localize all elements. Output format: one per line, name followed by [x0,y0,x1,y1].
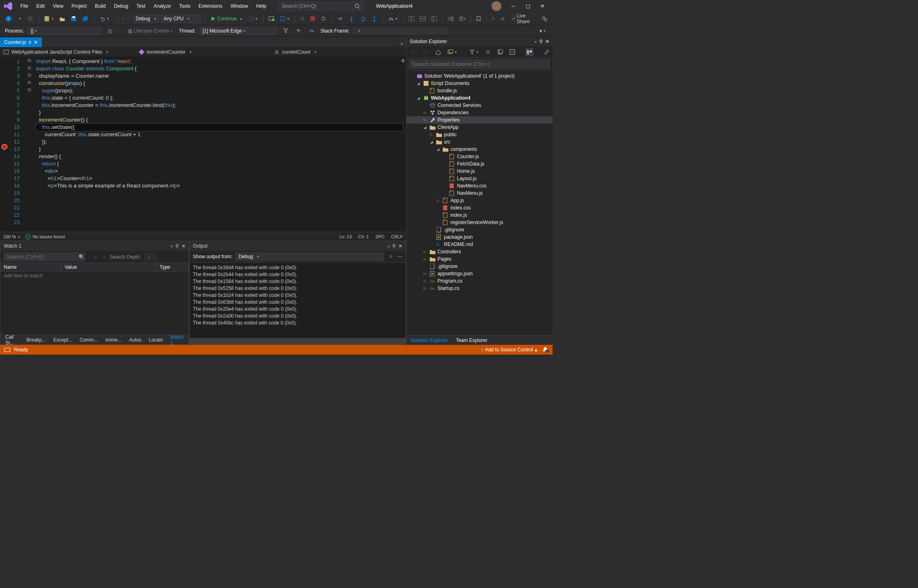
tab-close-icon[interactable]: ✕ [34,39,38,45]
pin-icon[interactable]: ⚲ [175,243,179,249]
bottom-tab[interactable]: Locals [146,336,166,344]
sol-collapse-button[interactable] [507,48,517,56]
output-overflow[interactable]: ⋯ [398,254,402,259]
restart-debug-button[interactable] [319,15,328,23]
solution-tab[interactable]: Team Explorer [452,336,491,344]
sol-sync-button[interactable] [483,48,493,56]
minimize-button[interactable]: ─ [506,1,520,11]
thread-filter-icon[interactable] [281,27,290,35]
step-over-button[interactable] [358,15,368,23]
menu-help[interactable]: Help [252,2,270,11]
feedback-button[interactable] [540,15,549,23]
issues-indicator[interactable]: No issues found [25,234,65,240]
indent-more-button[interactable] [457,15,467,22]
output-scrollbar[interactable] [190,338,406,344]
pause-button[interactable] [298,15,307,22]
menu-view[interactable]: View [49,2,68,11]
step-into-button[interactable] [347,15,356,23]
continue-button[interactable]: Continue [208,15,245,22]
close-icon[interactable]: ✕ [545,39,549,44]
watch-menu[interactable] [169,243,173,249]
search-next-button[interactable]: → [102,254,107,260]
menu-debug[interactable]: Debug [110,2,132,11]
thread-toggle-icon[interactable] [307,28,317,34]
code-editor[interactable]: 1234567891011121314151617181920212223 ⊟⊟… [0,57,406,232]
tree-item[interactable]: ◢C#WebApplication4 [407,94,553,102]
close-icon[interactable]: ✕ [181,243,186,249]
watch-search-input[interactable] [4,253,85,261]
window-layout-3[interactable] [429,15,439,22]
notifications-icon[interactable]: 1 [542,346,549,353]
stop-button[interactable] [308,15,317,22]
stack-frame-dropdown[interactable] [354,28,447,34]
solution-search-input[interactable] [409,59,550,69]
tree-item[interactable]: ◢Script Documents [407,80,553,87]
tree-item[interactable]: ▷public [407,131,553,138]
tree-item[interactable]: ▷Controllers [407,248,553,255]
tree-item[interactable]: Counter.js [407,153,553,160]
tree-item[interactable]: ▷Dependencies [407,109,553,116]
nav-scope-dropdown[interactable]: WebApplication4 JavaScript Content Files [0,47,136,57]
browser-link-dropdown[interactable] [278,15,291,23]
menu-tools[interactable]: Tools [175,2,195,11]
code-text[interactable]: import React, { Component } from 'react'… [33,57,406,232]
undo-button[interactable] [98,15,111,23]
tree-item[interactable]: FetchData.js [407,160,553,168]
bottom-tab[interactable]: Except... [50,336,76,344]
menu-file[interactable]: File [16,2,32,11]
close-button[interactable]: ✕ [536,1,549,11]
maximize-button[interactable]: ▢ [521,1,535,11]
menu-analyze[interactable]: Analyze [149,2,175,11]
tree-item[interactable]: registerServiceWorker.js [407,219,553,226]
bottom-tab[interactable]: Breakp... [23,336,49,344]
sol-refresh-button[interactable] [495,48,505,56]
config-dropdown[interactable]: Debug [133,15,159,23]
menu-edit[interactable]: Edit [32,2,49,11]
tab-overflow[interactable] [396,40,406,47]
tree-item[interactable]: ▷App.js [407,197,553,204]
new-item-button[interactable] [42,15,56,23]
sol-back-button[interactable] [409,48,419,56]
col-indicator[interactable]: Ch: 1 [358,234,369,239]
sol-forward-button[interactable] [421,48,431,56]
nav-back-dropdown[interactable] [15,15,23,22]
tree-item[interactable]: bundle.js [407,87,553,94]
output-clear-button[interactable]: ≡ [387,253,394,261]
watch-col-value[interactable]: Value [61,263,156,271]
tree-item[interactable]: ◢ClientApp [407,124,553,131]
restart-button[interactable] [246,15,260,23]
solution-tab[interactable]: Solution Explorer [407,336,452,344]
output-source-dropdown[interactable]: Debug [236,253,384,261]
tree-item[interactable]: Home.js [407,168,553,175]
tree-item[interactable]: ▷appsettings.json [407,270,553,277]
output-menu[interactable] [386,243,390,249]
tree-item[interactable]: NavMenu.js [407,189,553,197]
window-layout-2[interactable] [418,15,428,22]
live-share-button[interactable]: Live Share [508,12,536,26]
tree-item[interactable]: ◢components [407,146,553,153]
nav-member-dropdown[interactable]: incrementCounter [136,47,271,57]
watch-col-type[interactable]: Type [156,263,189,271]
search-icon[interactable]: 🔍 [79,254,85,260]
watch-col-name[interactable]: Name [0,263,61,271]
zoom-level[interactable]: 100 % [3,234,16,239]
nav-field-dropdown[interactable]: currentCount [271,47,406,57]
menu-window[interactable]: Window [227,2,252,11]
tree-item[interactable]: ▷Pages [407,255,553,263]
tree-item[interactable]: ◢src [407,138,553,146]
bottom-tab[interactable]: Autos [126,336,145,344]
nav-forward-button[interactable] [25,14,35,23]
tree-item[interactable]: Connected Services [407,102,553,109]
indent-indicator[interactable]: SPC [376,234,385,239]
nav-back-button[interactable] [3,14,14,23]
quick-search[interactable]: Search (Ctrl+Q) [278,2,364,11]
sol-show-all-button[interactable] [525,48,533,56]
thread-flag-icon[interactable]: ⚑ [294,27,303,35]
split-icon[interactable]: ✥ [401,58,405,64]
lifecycle-events-button[interactable]: ▦ Lifecycle Events [126,27,175,35]
close-icon[interactable]: ✕ [398,243,402,249]
menu-project[interactable]: Project [68,2,91,11]
pin-icon[interactable]: ⚲ [539,39,543,44]
redo-button[interactable] [113,15,126,23]
eol-indicator[interactable]: CRLF [391,234,403,239]
